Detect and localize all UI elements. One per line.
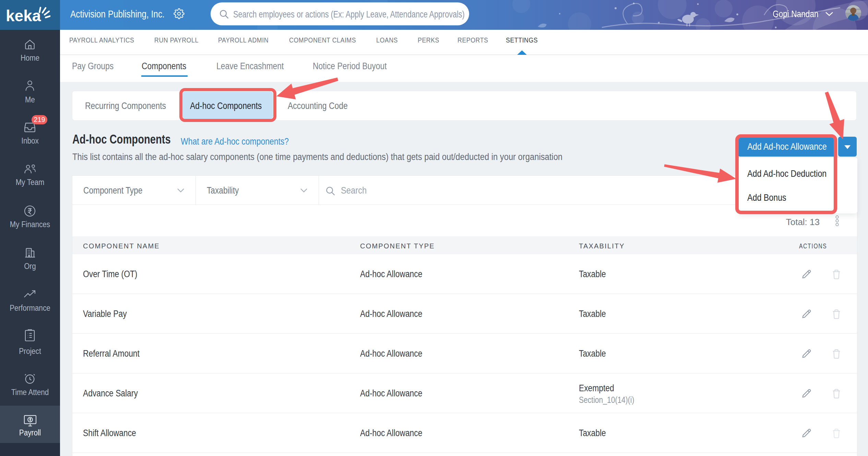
svg-text:keka: keka: [6, 7, 41, 25]
